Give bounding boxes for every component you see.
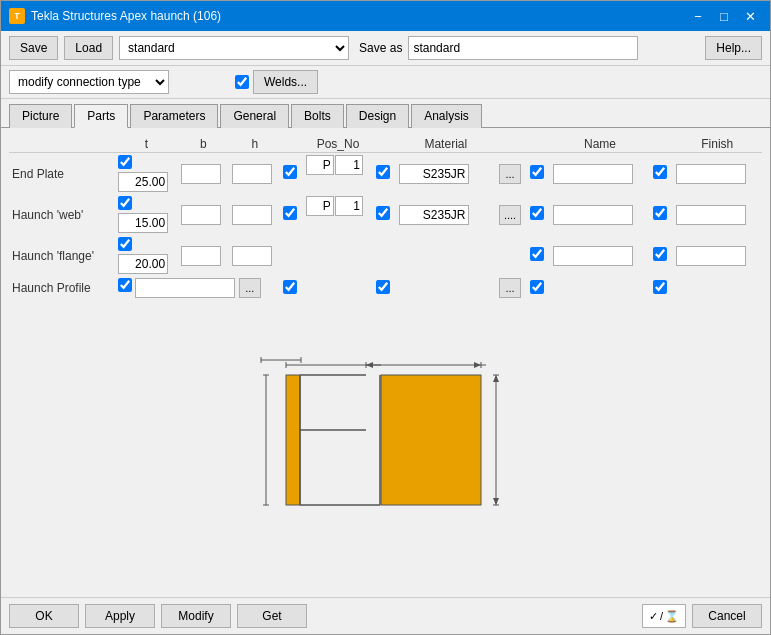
slash-separator: / bbox=[660, 610, 663, 622]
haunch-flange-name-check[interactable] bbox=[530, 247, 544, 261]
haunch-web-check[interactable] bbox=[118, 196, 132, 210]
checkmark-icon: ✓ bbox=[649, 610, 658, 623]
haunch-web-pos-check[interactable] bbox=[283, 206, 297, 220]
svg-marker-14 bbox=[474, 362, 481, 368]
load-button[interactable]: Load bbox=[64, 36, 113, 60]
haunch-profile-value[interactable] bbox=[135, 278, 235, 298]
end-plate-mat-dots[interactable]: ... bbox=[499, 164, 521, 184]
haunch-flange-t[interactable] bbox=[118, 254, 168, 274]
save-button[interactable]: Save bbox=[9, 36, 58, 60]
haunch-flange-name[interactable] bbox=[553, 246, 633, 266]
haunch-flange-label: Haunch 'flange' bbox=[9, 235, 115, 276]
main-window: T Tekla Structures Apex haunch (106) − □… bbox=[0, 0, 771, 635]
window-title: Tekla Structures Apex haunch (106) bbox=[31, 9, 221, 23]
apply-button[interactable]: Apply bbox=[85, 604, 155, 628]
col-posno: Pos_No bbox=[303, 136, 373, 153]
table-row: End Plate ... bbox=[9, 153, 762, 195]
connection-type-combo[interactable]: modify connection type bbox=[9, 70, 169, 94]
end-plate-t[interactable] bbox=[118, 172, 168, 192]
svg-rect-6 bbox=[381, 375, 481, 505]
haunch-web-posno[interactable] bbox=[335, 196, 363, 216]
tab-picture[interactable]: Picture bbox=[9, 104, 72, 128]
save-as-input[interactable] bbox=[408, 36, 638, 60]
table-row: Haunch 'flange' bbox=[9, 235, 762, 276]
tab-parts[interactable]: Parts bbox=[74, 104, 128, 128]
help-button[interactable]: Help... bbox=[705, 36, 762, 60]
gamma-icon: ⌛ bbox=[665, 610, 679, 623]
haunch-web-b[interactable] bbox=[181, 205, 221, 225]
tabs-bar: Picture Parts Parameters General Bolts D… bbox=[1, 99, 770, 128]
haunch-web-name[interactable] bbox=[553, 205, 633, 225]
haunch-web-pos[interactable] bbox=[306, 196, 334, 216]
haunch-profile-name-check[interactable] bbox=[530, 280, 544, 294]
end-plate-finish[interactable] bbox=[676, 164, 746, 184]
col-material: Material bbox=[396, 136, 497, 153]
end-plate-finish-check[interactable] bbox=[653, 165, 667, 179]
end-plate-name-check[interactable] bbox=[530, 165, 544, 179]
welds-checkbox[interactable] bbox=[235, 75, 249, 89]
diagram-svg bbox=[226, 335, 546, 555]
col-name: Name bbox=[550, 136, 651, 153]
close-button[interactable]: ✕ bbox=[738, 5, 762, 27]
tab-analysis[interactable]: Analysis bbox=[411, 104, 482, 128]
end-plate-mat-check[interactable] bbox=[376, 165, 390, 179]
titlebar: T Tekla Structures Apex haunch (106) − □… bbox=[1, 1, 770, 31]
haunch-profile-mat-dots[interactable]: ... bbox=[499, 278, 521, 298]
maximize-button[interactable]: □ bbox=[712, 5, 736, 27]
haunch-web-mat-dots[interactable]: .... bbox=[499, 205, 521, 225]
col-h: h bbox=[229, 136, 280, 153]
haunch-flange-h[interactable] bbox=[232, 246, 272, 266]
col-t: t bbox=[115, 136, 178, 153]
welds-button[interactable]: Welds... bbox=[253, 70, 318, 94]
get-button[interactable]: Get bbox=[237, 604, 307, 628]
end-plate-posno[interactable] bbox=[335, 155, 363, 175]
haunch-profile-dots[interactable]: ... bbox=[239, 278, 261, 298]
haunch-web-finish[interactable] bbox=[676, 205, 746, 225]
checkmark-combo[interactable]: ✓ / ⌛ bbox=[642, 604, 686, 628]
tab-general[interactable]: General bbox=[220, 104, 289, 128]
titlebar-left: T Tekla Structures Apex haunch (106) bbox=[9, 8, 221, 24]
haunch-flange-b[interactable] bbox=[181, 246, 221, 266]
footer-buttons-left: OK Apply Modify Get bbox=[9, 604, 307, 628]
footer-buttons-right: ✓ / ⌛ Cancel bbox=[642, 604, 762, 628]
haunch-web-h[interactable] bbox=[232, 205, 272, 225]
haunch-flange-finish[interactable] bbox=[676, 246, 746, 266]
haunch-web-finish-check[interactable] bbox=[653, 206, 667, 220]
haunch-profile-check[interactable] bbox=[118, 278, 132, 292]
ok-button[interactable]: OK bbox=[9, 604, 79, 628]
diagram-area bbox=[9, 300, 762, 589]
tab-bolts[interactable]: Bolts bbox=[291, 104, 344, 128]
table-row: Haunch 'web' .... bbox=[9, 194, 762, 235]
svg-marker-16 bbox=[493, 498, 499, 505]
end-plate-label: End Plate bbox=[9, 153, 115, 195]
end-plate-pos[interactable] bbox=[306, 155, 334, 175]
col-b: b bbox=[178, 136, 229, 153]
end-plate-material[interactable] bbox=[399, 164, 469, 184]
haunch-web-mat-check[interactable] bbox=[376, 206, 390, 220]
tab-design[interactable]: Design bbox=[346, 104, 409, 128]
haunch-web-name-check[interactable] bbox=[530, 206, 544, 220]
haunch-flange-check[interactable] bbox=[118, 237, 132, 251]
preset-combo[interactable]: standard bbox=[119, 36, 349, 60]
cancel-button[interactable]: Cancel bbox=[692, 604, 762, 628]
haunch-profile-pos-check[interactable] bbox=[283, 280, 297, 294]
end-plate-name[interactable] bbox=[553, 164, 633, 184]
tab-parameters[interactable]: Parameters bbox=[130, 104, 218, 128]
haunch-profile-mat-check[interactable] bbox=[376, 280, 390, 294]
haunch-profile-label: Haunch Profile bbox=[9, 276, 115, 300]
save-as-label: Save as bbox=[359, 41, 402, 55]
table-row: Haunch Profile ... ... bbox=[9, 276, 762, 300]
footer-row: OK Apply Modify Get ✓ / ⌛ Cancel bbox=[1, 597, 770, 634]
main-content: t b h Pos_No Material Name Finish bbox=[1, 128, 770, 597]
haunch-profile-finish-check[interactable] bbox=[653, 280, 667, 294]
haunch-web-t[interactable] bbox=[118, 213, 168, 233]
modify-button[interactable]: Modify bbox=[161, 604, 231, 628]
col-finish: Finish bbox=[673, 136, 762, 153]
end-plate-b[interactable] bbox=[181, 164, 221, 184]
end-plate-pos-check[interactable] bbox=[283, 165, 297, 179]
end-plate-check[interactable] bbox=[118, 155, 132, 169]
haunch-flange-finish-check[interactable] bbox=[653, 247, 667, 261]
end-plate-h[interactable] bbox=[232, 164, 272, 184]
minimize-button[interactable]: − bbox=[686, 5, 710, 27]
haunch-web-material[interactable] bbox=[399, 205, 469, 225]
